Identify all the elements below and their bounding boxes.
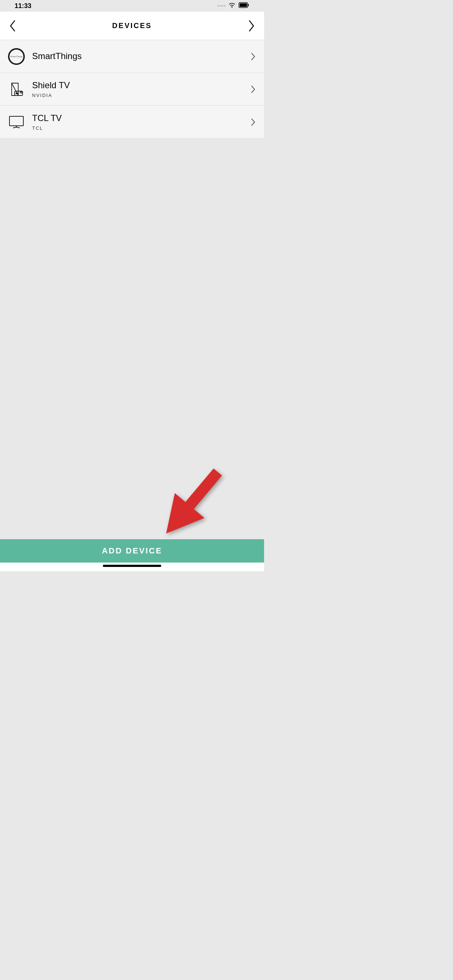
device-row-smartthings[interactable]: SmartThings SmartThings <box>0 40 264 73</box>
page-header: DEVICES <box>0 12 264 40</box>
shield-tv-icon <box>7 80 26 99</box>
forward-button[interactable] <box>246 17 257 35</box>
tv-icon <box>7 113 26 131</box>
svg-rect-1 <box>239 3 247 7</box>
chevron-right-icon <box>249 117 257 127</box>
device-list: SmartThings SmartThings Shield TV NVIDIA <box>0 40 264 138</box>
device-name: TCL TV <box>32 113 249 124</box>
annotation-arrow-icon <box>155 458 228 546</box>
status-time: 11:33 <box>14 2 31 10</box>
status-right <box>217 2 249 10</box>
svg-rect-6 <box>10 116 23 126</box>
battery-icon <box>239 2 249 10</box>
device-row-shield[interactable]: Shield TV NVIDIA <box>0 73 264 106</box>
device-name: Shield TV <box>32 80 249 91</box>
svg-point-5 <box>18 92 19 94</box>
wifi-icon <box>228 2 236 10</box>
back-button[interactable] <box>6 17 18 35</box>
svg-point-4 <box>16 92 17 94</box>
chevron-right-icon <box>249 51 257 62</box>
device-subtitle: TCL <box>32 126 249 131</box>
device-row-tcl[interactable]: TCL TV TCL <box>0 106 264 138</box>
svg-rect-8 <box>183 468 222 512</box>
bottom-bar <box>0 563 264 571</box>
signal-dots <box>217 5 225 6</box>
home-indicator[interactable] <box>103 565 161 567</box>
svg-rect-2 <box>248 4 249 6</box>
smartthings-icon: SmartThings <box>7 48 26 65</box>
device-text: TCL TV TCL <box>32 113 249 131</box>
add-device-button[interactable]: ADD DEVICE <box>0 539 264 563</box>
svg-marker-9 <box>155 493 204 546</box>
page-title: DEVICES <box>18 22 246 30</box>
chevron-right-icon <box>249 84 257 95</box>
device-name: SmartThings <box>32 51 249 62</box>
device-text: SmartThings <box>32 51 249 62</box>
status-bar: 11:33 <box>0 0 264 12</box>
device-subtitle: NVIDIA <box>32 92 249 98</box>
device-text: Shield TV NVIDIA <box>32 80 249 99</box>
